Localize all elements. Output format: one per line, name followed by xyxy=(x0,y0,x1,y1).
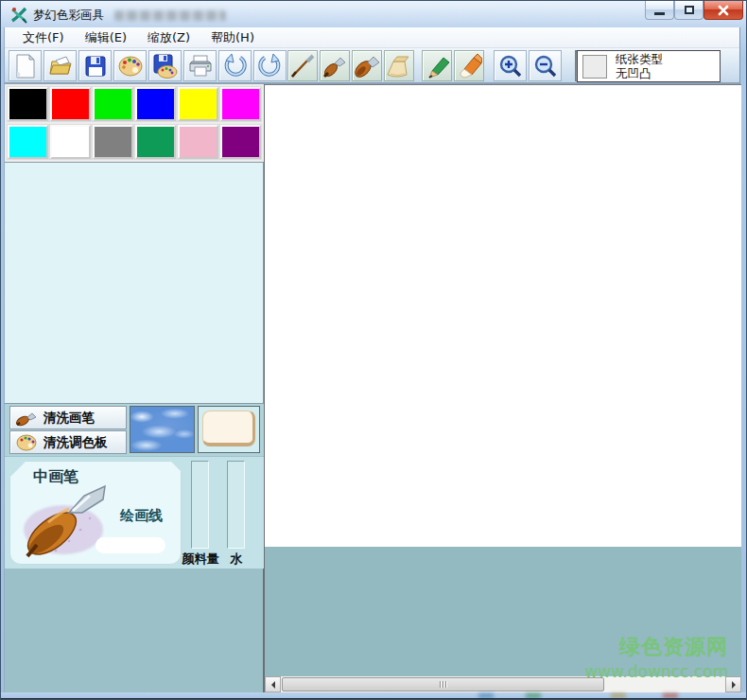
clean-palette-label: 清洗调色板 xyxy=(43,434,108,451)
paper-type-selector[interactable]: 纸张类型 无凹凸 xyxy=(577,50,721,82)
menu-edit[interactable]: 编辑(E) xyxy=(75,27,137,48)
app-icon xyxy=(9,6,28,25)
horizontal-scrollbar[interactable] xyxy=(265,676,741,692)
menu-help[interactable]: 帮助(H) xyxy=(200,27,265,48)
undo-button[interactable] xyxy=(218,50,252,81)
zoom-out-button[interactable] xyxy=(529,50,562,81)
minimize-button[interactable] xyxy=(645,1,674,20)
redo-button[interactable] xyxy=(253,50,287,81)
thumb-grip xyxy=(440,681,441,688)
save-palette-icon xyxy=(152,54,179,79)
paper-type-text: 纸张类型 无凹凸 xyxy=(616,52,663,80)
stroke-preview xyxy=(96,537,165,553)
clean-palette-icon xyxy=(15,434,38,451)
pencil-button[interactable] xyxy=(422,50,452,81)
print-button[interactable] xyxy=(183,50,217,81)
small-round-brush-button[interactable] xyxy=(320,50,350,81)
liner-brush-button[interactable] xyxy=(287,50,318,81)
clean-brush-label: 清洗画笔 xyxy=(43,410,95,427)
paper-type-value: 无凹凸 xyxy=(616,66,663,80)
redo-icon xyxy=(257,53,283,79)
save-button[interactable] xyxy=(78,50,112,81)
toolbar: 纸张类型 无凹凸 xyxy=(5,48,739,84)
palette-swatch-cyan[interactable] xyxy=(8,125,48,159)
left-panel: 清洗画笔 清洗调色板 xyxy=(5,84,264,692)
eraser-pencil-button[interactable] xyxy=(454,50,484,81)
menu-zoom[interactable]: 缩放(Z) xyxy=(137,27,200,48)
sponge-sheet xyxy=(202,411,255,446)
palette-swatch-white[interactable] xyxy=(50,125,91,159)
window-title: 梦幻色彩画具 xyxy=(33,8,104,24)
water-amount-slider[interactable] xyxy=(227,461,245,549)
palette-swatch-pink[interactable] xyxy=(178,125,218,159)
water-amount-label: 水 xyxy=(228,551,245,568)
scroll-right-button[interactable] xyxy=(725,676,741,692)
paint-amount-slider[interactable] xyxy=(191,461,209,549)
current-brush-panel: 中画笔 xyxy=(5,456,264,569)
color-palette xyxy=(5,84,264,162)
color-mixing-area[interactable] xyxy=(5,162,264,404)
water-preview[interactable] xyxy=(130,406,195,453)
print-icon xyxy=(188,55,213,78)
palette-swatch-magenta[interactable] xyxy=(220,87,261,121)
close-button[interactable] xyxy=(704,1,743,20)
save-icon xyxy=(84,55,107,78)
canvas-background xyxy=(265,547,741,676)
palette-swatch-gray[interactable] xyxy=(93,125,133,159)
scroll-left-icon xyxy=(268,681,275,689)
open-icon xyxy=(48,55,73,78)
flat-brush-icon xyxy=(386,54,412,79)
zoom-in-icon xyxy=(498,54,523,79)
paper-type-label: 纸张类型 xyxy=(616,52,663,66)
open-button[interactable] xyxy=(43,50,77,81)
wash-section: 清洗画笔 清洗调色板 xyxy=(5,404,264,456)
client-area: 文件(F) 编辑(E) 缩放(Z) 帮助(H) xyxy=(4,27,740,692)
file-toolbar-group xyxy=(9,50,288,81)
content-area: 清洗画笔 清洗调色板 xyxy=(5,84,741,692)
palette-swatch-purple[interactable] xyxy=(220,125,261,159)
flat-brush-button[interactable] xyxy=(384,50,414,81)
zoom-in-button[interactable] xyxy=(494,50,527,81)
stroke-type-label: 绘画线 xyxy=(120,507,163,525)
eraser-pencil-icon xyxy=(457,54,482,79)
tool-toolbar-group xyxy=(287,50,610,81)
redacted-title-text xyxy=(114,10,226,21)
sponge-preview[interactable] xyxy=(198,406,260,453)
maximize-icon xyxy=(685,6,694,14)
clean-brush-button[interactable]: 清洗画笔 xyxy=(9,406,127,429)
scrollbar-thumb[interactable] xyxy=(282,677,604,691)
palette-swatch-jade-green[interactable] xyxy=(135,125,176,159)
palette-swatch-blue[interactable] xyxy=(135,87,176,121)
palette-swatch-green[interactable] xyxy=(93,87,133,121)
brush-card: 中画笔 xyxy=(9,461,182,565)
title-bar[interactable]: 梦幻色彩画具 xyxy=(1,1,747,27)
maximize-button[interactable] xyxy=(674,1,704,20)
new-page-icon xyxy=(14,54,37,79)
large-round-brush-icon xyxy=(354,54,380,79)
scroll-left-button[interactable] xyxy=(265,676,281,692)
pencil-icon xyxy=(425,54,450,79)
clean-palette-button[interactable]: 清洗调色板 xyxy=(9,430,127,454)
menu-bar: 文件(F) 编辑(E) 缩放(Z) 帮助(H) xyxy=(5,27,739,48)
clean-brush-icon xyxy=(15,410,38,427)
minimize-icon xyxy=(654,12,665,15)
zoom-out-icon xyxy=(533,54,558,79)
menu-file[interactable]: 文件(F) xyxy=(12,27,75,48)
save-palette-button[interactable] xyxy=(148,50,182,81)
palette-icon xyxy=(117,55,144,78)
palette-swatch-yellow[interactable] xyxy=(178,87,218,121)
canvas-area: 绿色资源网 www.downcc.com xyxy=(264,84,741,692)
large-round-brush-button[interactable] xyxy=(352,50,382,81)
palette-swatch-red[interactable] xyxy=(50,87,91,121)
palette-swatch-black[interactable] xyxy=(8,87,48,121)
palette-button[interactable] xyxy=(113,50,147,81)
scroll-right-icon xyxy=(732,681,739,689)
thumb-grip xyxy=(445,681,446,688)
new-page-button[interactable] xyxy=(9,50,42,81)
canvas-paper[interactable] xyxy=(265,84,741,547)
liner-brush-icon xyxy=(290,54,315,79)
close-icon xyxy=(718,5,729,16)
paper-type-swatch xyxy=(582,55,607,79)
paint-amount-label: 颜料量 xyxy=(179,551,222,568)
undo-icon xyxy=(222,53,248,79)
